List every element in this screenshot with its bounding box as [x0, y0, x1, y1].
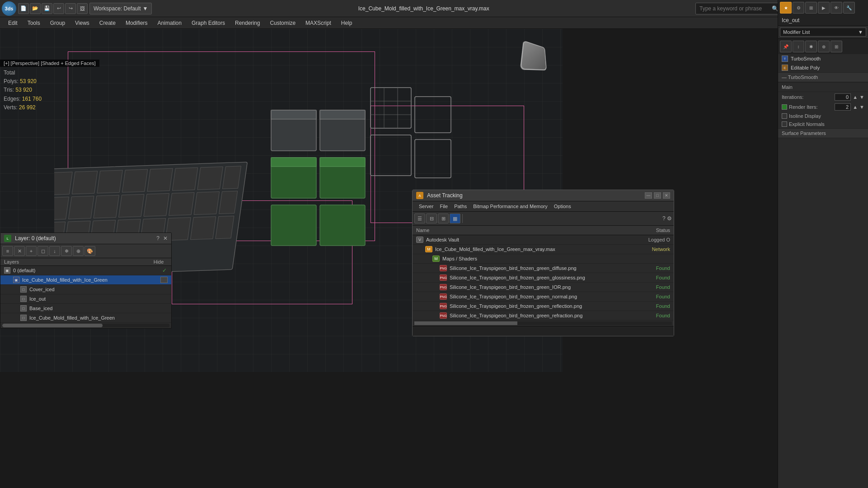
viewport-label: [+] [Perspective] [Shaded + Edged Faces]: [0, 60, 99, 67]
asset-tb-list1[interactable]: ☰: [414, 214, 425, 223]
asset-row-reflection[interactable]: PNG Silicone_Ice_Trayspigeon_bird_frozen…: [413, 302, 674, 311]
menu-views[interactable]: Views: [70, 19, 94, 27]
layer-row-icecubemold2[interactable]: □ Ice_Cube_Mold_filled_with_Ice_Green: [0, 313, 171, 323]
menu-rendering[interactable]: Rendering: [230, 19, 264, 27]
layer-btn-freeze[interactable]: ❄: [61, 246, 72, 256]
reflection-icon: PNG: [440, 303, 447, 309]
new-button[interactable]: 📄: [18, 3, 29, 14]
render-iters-up[interactable]: ▲: [853, 104, 858, 110]
asset-tb-list3[interactable]: ⊞: [438, 214, 449, 223]
mod-pin-icon[interactable]: 📌: [780, 41, 792, 52]
save-button[interactable]: 💾: [42, 3, 52, 14]
asset-name-maxfile: Ice_Cube_Mold_filled_with_Ice_Green_max_…: [435, 246, 632, 252]
asset-menu-server[interactable]: Server: [416, 203, 436, 209]
mod-scale-icon[interactable]: ⊞: [830, 41, 842, 52]
menu-customize[interactable]: Customize: [265, 19, 300, 27]
layer-panel-help[interactable]: ?: [156, 235, 160, 242]
open-button[interactable]: 📂: [30, 3, 41, 14]
surface-params-header[interactable]: Surface Parameters: [778, 128, 868, 138]
asset-tb-list4[interactable]: ▦: [450, 214, 460, 223]
rpanel-top-icons: ★ ⚙ ⊞ ▶ 👁 🔧: [778, 0, 868, 15]
asset-row-glossiness[interactable]: PNG Silicone_Ice_Trayspigeon_bird_frozen…: [413, 273, 674, 283]
asset-row-refraction[interactable]: PNG Silicone_Ice_Trayspigeon_bird_frozen…: [413, 311, 674, 321]
layer-btn-select[interactable]: ◻: [38, 246, 48, 256]
asset-menu-options[interactable]: Options: [551, 203, 574, 209]
layer-row-covericed[interactable]: □ Cover_iced: [0, 285, 171, 294]
layer-btn-delete[interactable]: ✕: [14, 246, 25, 256]
rpanel-icon-star[interactable]: ★: [780, 2, 792, 14]
asset-row-vault[interactable]: V Autodesk Vault Logged O: [413, 235, 674, 245]
asset-row-ior[interactable]: PNG Silicone_Ice_Trayspigeon_bird_frozen…: [413, 283, 674, 292]
asset-maximize-btn[interactable]: □: [654, 192, 661, 199]
layer-btn-color[interactable]: 🎨: [84, 246, 95, 256]
menu-modifiers[interactable]: Modifiers: [121, 19, 152, 27]
undo-button[interactable]: ↩: [53, 3, 64, 14]
iterations-down[interactable]: ▼: [859, 94, 864, 100]
asset-row-normal[interactable]: PNG Silicone_Ice_Trayspigeon_bird_frozen…: [413, 292, 674, 302]
render-button[interactable]: 🖼: [77, 3, 88, 14]
menu-animation[interactable]: Animation: [153, 19, 186, 27]
menu-help[interactable]: Help: [337, 19, 357, 27]
layer-scrollbar[interactable]: [2, 324, 169, 327]
menu-tools[interactable]: Tools: [23, 19, 45, 27]
menu-edit[interactable]: Edit: [4, 19, 22, 27]
menu-maxscript[interactable]: MAXScript: [301, 19, 336, 27]
isoline-checkbox[interactable]: [782, 113, 787, 119]
rpanel-icon-motion[interactable]: ▶: [818, 2, 830, 14]
render-iters-checkbox[interactable]: [782, 104, 787, 110]
svg-rect-34: [271, 158, 316, 167]
asset-panel-logo: A: [416, 192, 423, 199]
isoline-row: Isoline Display: [778, 112, 868, 120]
menu-graph-editors[interactable]: Graph Editors: [187, 19, 230, 27]
asset-close-btn[interactable]: ✕: [663, 192, 670, 199]
iterations-up[interactable]: ▲: [853, 94, 858, 100]
menu-create[interactable]: Create: [95, 19, 120, 27]
nav-cube[interactable]: [517, 38, 554, 74]
search-input[interactable]: [699, 5, 772, 12]
render-iters-input[interactable]: 2: [835, 103, 851, 111]
layer-btn-render[interactable]: ⊕: [73, 246, 84, 256]
menu-group[interactable]: Group: [46, 19, 70, 27]
layer-panel-close[interactable]: ✕: [163, 235, 168, 242]
svg-rect-7: [197, 167, 223, 190]
rpanel-icon-hierarchy[interactable]: ⊞: [805, 2, 817, 14]
modifier-entry-editablepoly[interactable]: E Editable Poly: [778, 63, 868, 72]
asset-row-maps[interactable]: M Maps / Shaders: [413, 254, 674, 264]
layer-row-iceout[interactable]: □ Ice_out: [0, 294, 171, 304]
modifier-list-dropdown[interactable]: Modifier List ▼: [780, 28, 866, 37]
mod-rotate-icon[interactable]: ⊕: [818, 41, 830, 52]
layer-row-default[interactable]: ▣ 0 (default) ✓: [0, 266, 171, 275]
asset-name-vault: Autodesk Vault: [426, 237, 632, 242]
rpanel-icon-display[interactable]: 👁: [830, 2, 842, 14]
asset-minimize-btn[interactable]: —: [645, 192, 652, 199]
asset-panel-winbtns: — □ ✕: [645, 192, 670, 199]
object-name: Ice_out: [778, 15, 868, 26]
mod-select-icon[interactable]: ↕: [793, 41, 804, 52]
asset-menu-paths[interactable]: Paths: [451, 203, 469, 209]
asset-row-maxfile[interactable]: M Ice_Cube_Mold_filled_with_Ice_Green_ma…: [413, 245, 674, 254]
layer-btn-layers[interactable]: ≡: [2, 246, 13, 256]
iterations-input[interactable]: 0: [835, 93, 851, 101]
turbosmooth-section-header[interactable]: — TurboSmooth: [778, 72, 868, 82]
rpanel-icon-modifier[interactable]: ⚙: [793, 2, 804, 14]
render-iters-down[interactable]: ▼: [859, 104, 864, 110]
asset-menu-file[interactable]: File: [437, 203, 450, 209]
explicit-normals-checkbox[interactable]: [782, 121, 787, 127]
layer-btn-add[interactable]: +: [26, 246, 37, 256]
asset-row-diffuse[interactable]: PNG Silicone_Ice_Trayspigeon_bird_frozen…: [413, 264, 674, 273]
mod-move-icon[interactable]: ✱: [805, 41, 817, 52]
layer-btn-move[interactable]: ↓: [49, 246, 60, 256]
svg-rect-8: [222, 166, 241, 189]
main-section-header[interactable]: Main: [778, 82, 868, 92]
layer-row-icecube[interactable]: ▣ Ice_Cube_Mold_filled_with_Ice_Green: [0, 275, 171, 285]
modifier-entry-turbosmooth[interactable]: T TurboSmooth: [778, 54, 868, 63]
redo-button[interactable]: ↪: [65, 3, 76, 14]
asset-help-btn[interactable]: ? ⚙: [662, 215, 672, 222]
asset-menu-bitmap[interactable]: Bitmap Performance and Memory: [470, 203, 550, 209]
workspace-dropdown[interactable]: Workspace: Default ▼: [89, 3, 152, 14]
asset-scrollbar[interactable]: [414, 321, 672, 325]
asset-tb-list2[interactable]: ⊟: [426, 214, 437, 223]
svg-rect-16: [219, 191, 238, 214]
rpanel-icon-utils[interactable]: 🔧: [843, 2, 855, 14]
layer-row-baseiced[interactable]: □ Base_iced: [0, 304, 171, 313]
